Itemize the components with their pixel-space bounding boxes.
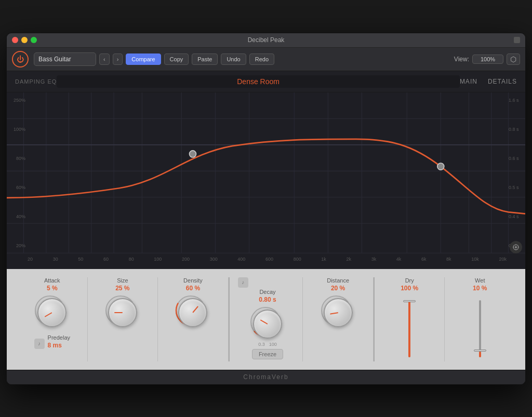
plugin-name: ChromaVerb — [243, 373, 288, 381]
decay-knob-container — [251, 307, 284, 341]
predelay-label: Predelay — [48, 334, 70, 341]
tab-details[interactable]: DETAILS — [488, 78, 517, 85]
wet-fader-track — [479, 300, 481, 357]
x-label-6k: 6k — [421, 257, 427, 262]
power-button[interactable]: ⏻ — [12, 51, 29, 68]
title-bar: Decibel Peak — [7, 33, 525, 48]
freeze-button[interactable]: Freeze — [252, 349, 283, 359]
predelay-value: 8 ms — [48, 342, 70, 349]
view-control: View: — [454, 55, 503, 64]
density-knob-container — [176, 296, 209, 329]
size-knob-container — [106, 296, 139, 329]
y-label-40: 40% — [9, 214, 25, 219]
attack-knob-container — [35, 296, 69, 329]
view-input[interactable] — [472, 55, 503, 64]
decay-label: Decay — [259, 289, 275, 295]
eq-label: DAMPING EQ — [15, 78, 57, 85]
tab-main[interactable]: MAIN — [460, 78, 477, 85]
x-label-20k: 20k — [499, 257, 507, 262]
y-label-right-0-6: 0.6 s — [509, 156, 523, 161]
y-label-right-1-6: 1.6 s — [509, 98, 523, 103]
main-section: DAMPING EQ MAIN DETAILS — [7, 71, 525, 269]
window-resize-handle — [514, 37, 520, 43]
x-label-3k: 3k — [371, 257, 377, 262]
redo-button[interactable]: Redo — [249, 53, 274, 65]
decay-knob[interactable] — [253, 310, 282, 339]
maximize-button[interactable] — [31, 37, 37, 43]
x-axis: 20 30 50 60 80 100 200 300 400 600 800 1… — [28, 254, 507, 269]
dry-fader-track — [408, 300, 410, 357]
size-knob[interactable] — [108, 298, 137, 327]
dry-value: 100 % — [401, 285, 418, 292]
chevron-left-icon: ‹ — [103, 56, 105, 62]
preset-dropdown[interactable]: Bass Guitar — [34, 52, 96, 66]
view-tabs: MAIN DETAILS — [460, 78, 517, 85]
x-label-80: 80 — [129, 257, 134, 262]
nav-prev-button[interactable]: ‹ — [99, 53, 110, 65]
copy-button[interactable]: Copy — [164, 53, 189, 65]
x-label-200: 200 — [182, 257, 190, 262]
x-label-800: 800 — [294, 257, 301, 262]
eq-graph[interactable]: 250% 100% 80% 60% 40% 20% 1.6 s 0.8 s 0.… — [7, 92, 525, 269]
undo-button[interactable]: Undo — [221, 53, 246, 65]
distance-control: Distance 20 % — [303, 277, 374, 361]
close-button[interactable] — [12, 37, 18, 43]
paste-button[interactable]: Paste — [192, 53, 218, 65]
dry-fader-fill — [408, 300, 410, 357]
x-label-60: 60 — [103, 257, 109, 262]
size-value: 25 % — [115, 285, 129, 292]
plugin-window: Decibel Peak ⏻ Bass Guitar ‹ › Compare C… — [6, 33, 526, 385]
compare-button[interactable]: Compare — [126, 53, 161, 65]
attack-label: Attack — [44, 277, 60, 284]
eq-curve-svg — [7, 92, 525, 269]
distance-knob-container — [322, 296, 355, 329]
density-control: Density 60 % — [158, 277, 229, 361]
link-button[interactable]: ⬡ — [507, 53, 520, 65]
x-label-20: 20 — [28, 257, 33, 262]
graph-settings-icon[interactable] — [510, 241, 522, 253]
x-label-4k: 4k — [396, 257, 402, 262]
predelay-row: ♪ Predelay 8 ms — [34, 334, 70, 353]
window-title: Decibel Peak — [248, 36, 285, 44]
x-label-400: 400 — [237, 257, 245, 262]
x-label-600: 600 — [265, 257, 273, 262]
svg-point-24 — [189, 150, 196, 157]
y-label-right-0-5: 0.5 s — [509, 185, 523, 190]
decay-range: 0.3 100 — [258, 342, 277, 347]
density-value: 60 % — [186, 285, 200, 292]
link-icon: ⬡ — [510, 55, 516, 63]
density-knob[interactable] — [178, 298, 207, 327]
dry-label: Dry — [405, 277, 414, 284]
attack-control: Attack 5 % ♪ Predelay 8 ms — [17, 277, 88, 361]
preset-name-input[interactable] — [57, 75, 460, 88]
nav-next-button[interactable]: › — [113, 53, 123, 65]
toolbar: ⏻ Bass Guitar ‹ › Compare Copy Paste Und… — [7, 48, 525, 71]
distance-value: 20 % — [331, 285, 345, 292]
decay-control: ♪ Decay 0.80 s 0.3 100 Freeze — [229, 277, 303, 361]
size-label: Size — [117, 277, 128, 284]
wet-fader-fill — [479, 352, 481, 357]
chevron-right-icon: › — [117, 56, 119, 62]
y-label-right-0-4: 0.4 s — [509, 214, 523, 219]
eq-header: DAMPING EQ MAIN DETAILS — [7, 71, 525, 92]
x-label-50: 50 — [78, 257, 83, 262]
decay-value: 0.80 s — [259, 296, 276, 303]
density-label: Density — [183, 277, 203, 284]
attack-knob[interactable] — [37, 298, 66, 327]
attack-value: 5 % — [47, 285, 58, 292]
view-label: View: — [454, 56, 469, 63]
power-icon: ⏻ — [17, 55, 24, 63]
distance-knob[interactable] — [324, 298, 353, 327]
wet-label: Wet — [475, 277, 485, 284]
bottom-bar: ChromaVerb — [7, 370, 525, 384]
wet-fader-handle[interactable] — [474, 349, 486, 352]
y-label-right-0-8: 0.8 s — [509, 127, 523, 132]
y-axis-left: 250% 100% 80% 60% 40% 20% — [7, 92, 28, 253]
x-label-10k: 10k — [471, 257, 479, 262]
minimize-button[interactable] — [21, 37, 28, 43]
y-label-20: 20% — [9, 243, 25, 248]
decay-min: 0.3 — [258, 342, 265, 347]
distance-label: Distance — [327, 277, 349, 284]
size-control: Size 25 % — [88, 277, 158, 361]
dry-fader-handle[interactable] — [403, 300, 416, 302]
